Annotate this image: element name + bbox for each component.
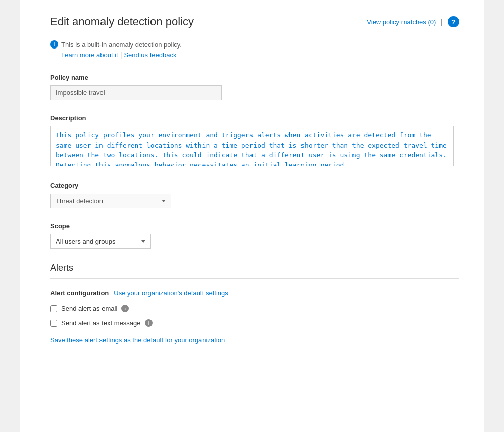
alert-config-link[interactable]: Use your organization's default settings — [114, 289, 228, 297]
policy-name-label: Policy name — [50, 74, 459, 81]
send-text-label: Send alert as text message — [61, 319, 141, 327]
category-select[interactable]: Threat detection — [50, 194, 171, 208]
alerts-title: Alerts — [50, 263, 459, 273]
alert-config-row: Alert configuration Use your organizatio… — [50, 289, 459, 297]
help-icon[interactable]: ? — [448, 16, 459, 27]
view-policy-link[interactable]: View policy matches (0) — [367, 18, 436, 26]
info-message-row: i This is a built-in anomaly detection p… — [50, 40, 459, 49]
alerts-section: Alerts Alert configuration Use your orga… — [50, 263, 459, 344]
scope-section: Scope All users and groups — [50, 222, 459, 249]
send-text-info-icon: i — [145, 319, 153, 327]
send-email-row: Send alert as email i — [50, 305, 459, 312]
send-email-label: Send alert as email — [61, 305, 117, 312]
alert-config-label: Alert configuration — [50, 289, 109, 297]
scope-select[interactable]: All users and groups — [50, 234, 151, 249]
separator: | — [441, 18, 443, 26]
category-section: Category Threat detection — [50, 182, 459, 208]
info-message: This is a built-in anomaly detection pol… — [61, 41, 182, 49]
send-text-row: Send alert as text message i — [50, 319, 459, 327]
info-icon: i — [50, 40, 58, 49]
description-label: Description — [50, 114, 459, 122]
send-text-checkbox[interactable] — [50, 320, 57, 327]
send-email-checkbox[interactable] — [50, 305, 57, 312]
policy-name-input[interactable] — [50, 85, 222, 100]
section-divider — [50, 278, 459, 279]
header-actions: View policy matches (0) | ? — [367, 16, 459, 27]
page-header: Edit anomaly detection policy View polic… — [50, 15, 459, 28]
send-feedback-link[interactable]: Send us feedback — [124, 51, 176, 59]
page-title: Edit anomaly detection policy — [50, 15, 194, 28]
send-email-info-icon: i — [121, 305, 129, 312]
description-textarea[interactable]: This policy profiles your environment an… — [50, 126, 454, 166]
description-section: Description This policy profiles your en… — [50, 114, 459, 168]
info-links-row: Learn more about it | Send us feedback — [61, 51, 459, 59]
info-bar: i This is a built-in anomaly detection p… — [50, 40, 459, 59]
scope-label: Scope — [50, 222, 459, 230]
links-separator: | — [120, 51, 122, 59]
save-settings-link[interactable]: Save these alert settings as the default… — [50, 336, 225, 344]
category-label: Category — [50, 182, 459, 189]
policy-name-section: Policy name — [50, 74, 459, 100]
learn-more-link[interactable]: Learn more about it — [61, 51, 118, 59]
